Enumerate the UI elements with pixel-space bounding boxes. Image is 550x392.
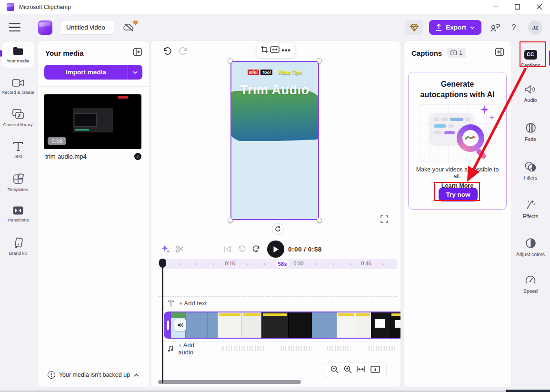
waveform-preview <box>280 346 311 351</box>
captions-panel: Captions 1 Generate autocaptions with AI <box>404 41 511 387</box>
import-options-caret[interactable] <box>128 65 142 80</box>
background-window-fragment <box>506 390 550 392</box>
duration-badge: 0:58 <box>48 137 66 145</box>
thumbnail-screenshot <box>73 108 113 132</box>
help-icon[interactable]: ? <box>506 20 521 35</box>
sparkle-icon <box>480 105 489 114</box>
tab-filters[interactable]: Filters <box>513 157 548 185</box>
playhead[interactable] <box>159 259 166 268</box>
sidebar-item-content-library[interactable]: Content library <box>0 105 36 131</box>
selection-handle-top-right[interactable] <box>317 58 322 63</box>
import-media-label: Import media <box>44 65 128 80</box>
tab-captions[interactable]: CC Captions <box>513 46 548 73</box>
backup-notice-label: Your media isn't backed up <box>59 372 130 378</box>
skip-to-start-icon[interactable] <box>220 241 235 257</box>
video-frame-brand: MiniTool®Video Tips <box>231 70 318 75</box>
fullscreen-icon[interactable] <box>380 215 388 225</box>
divider <box>518 77 543 77</box>
video-canvas[interactable]: MiniTool®Video Tips Trim Audio <box>230 61 319 220</box>
window-title: Microsoft Clipchamp <box>19 4 71 10</box>
tab-speed[interactable]: Speed <box>513 271 548 299</box>
ai-sparkle-icon[interactable] <box>159 241 173 257</box>
chevron-down-icon <box>133 71 138 74</box>
hamburger-menu-icon[interactable] <box>9 20 23 35</box>
minimize-button[interactable] <box>484 0 506 14</box>
add-audio-label: + Add audio <box>178 342 209 355</box>
canvas-toolbar: ••• <box>257 43 295 58</box>
clipchamp-logo[interactable] <box>38 20 52 35</box>
svg-text:5: 5 <box>256 249 258 253</box>
zoom-out-icon[interactable] <box>330 365 339 375</box>
export-button[interactable]: Export <box>429 20 481 35</box>
sparkle-icon <box>490 115 495 120</box>
left-sidebar: Your media Record & create Content libra… <box>0 40 36 392</box>
redo-button[interactable] <box>179 47 188 57</box>
more-options-icon[interactable]: ••• <box>281 46 291 55</box>
screen-edge <box>0 391 506 392</box>
media-clip-thumbnail[interactable]: 0:58 <box>44 94 141 149</box>
backup-notice[interactable]: ! Your media isn't backed up <box>38 371 149 379</box>
trim-handle-left[interactable] <box>165 312 171 338</box>
sidebar-item-text[interactable]: Text <box>0 137 36 163</box>
fit-resize-icon[interactable] <box>270 46 280 55</box>
timeline-video-clip[interactable] <box>164 312 400 339</box>
fit-to-screen-icon[interactable] <box>357 366 365 374</box>
tab-effects[interactable]: Effects <box>513 195 548 224</box>
waveform-preview <box>221 346 265 351</box>
divider <box>38 86 149 87</box>
autocaptions-card: Generate autocaptions with AI Make your … <box>408 72 507 210</box>
split-scissors-icon[interactable] <box>173 241 187 257</box>
back-5-seconds-icon[interactable]: 5 <box>235 241 249 257</box>
rotate-button[interactable] <box>272 223 284 235</box>
sidebar-item-transitions[interactable]: Transitions <box>0 202 36 227</box>
playhead-line <box>162 267 163 383</box>
play-button[interactable] <box>267 241 284 258</box>
collapse-timeline-icon[interactable] <box>370 366 380 375</box>
add-text-track[interactable]: + Add text <box>158 296 397 310</box>
zoom-in-icon[interactable] <box>344 365 352 375</box>
media-panel: Your media Import media 0:58 trim-audio.… <box>38 41 149 387</box>
clip-audio-icon <box>174 319 186 331</box>
tab-fade[interactable]: Fade <box>513 118 548 147</box>
maximize-button[interactable] <box>506 0 528 14</box>
project-name-input[interactable] <box>60 20 114 35</box>
timeline-controls: 5 5 0:00 / 0:58 <box>151 240 400 258</box>
forward-5-seconds-icon[interactable]: 5 <box>249 241 263 257</box>
add-audio-track[interactable]: + Add audio <box>158 342 397 355</box>
media-panel-title: Your media <box>45 49 84 57</box>
timeline-scrollbar[interactable] <box>158 380 301 384</box>
ruler-tick: 0:45 <box>361 261 371 266</box>
upgrade-gem-button[interactable] <box>405 20 423 35</box>
svg-text:5: 5 <box>241 249 243 253</box>
selection-handle-top-left[interactable] <box>228 58 233 63</box>
effects-icon <box>525 199 536 211</box>
sidebar-item-your-media[interactable]: Your media <box>2 42 34 68</box>
tab-adjust-colors[interactable]: Adjust colors <box>513 233 548 262</box>
audio-icon <box>525 84 537 94</box>
crop-icon[interactable] <box>260 46 268 55</box>
divider <box>404 63 511 63</box>
video-count-icon <box>450 50 457 55</box>
timeline-zoom-controls <box>324 362 387 378</box>
sidebar-item-label: Transitions <box>7 218 29 223</box>
avatar[interactable]: JZ <box>528 20 542 35</box>
feedback-icon[interactable] <box>487 20 502 35</box>
cloud-sync-off-icon[interactable] <box>121 20 137 35</box>
undo-button[interactable] <box>162 47 172 57</box>
clipchamp-app: Microsoft Clipchamp <box>0 0 550 392</box>
import-media-button[interactable]: Import media <box>44 65 142 80</box>
sidebar-item-record-create[interactable]: Record & create <box>0 74 36 99</box>
export-upload-icon <box>436 24 442 31</box>
timeline-ruler[interactable]: 0:15 58s 0:30 0:45 <box>158 259 397 269</box>
collapse-media-panel-icon[interactable] <box>133 48 142 58</box>
warning-icon: ! <box>48 371 55 379</box>
sidebar-item-templates[interactable]: Templates <box>0 170 36 196</box>
tab-audio[interactable]: Audio <box>513 80 548 108</box>
selection-handle-bottom-right[interactable] <box>317 218 322 223</box>
sidebar-item-brand-kit[interactable]: Brand kit <box>0 233 36 260</box>
close-button[interactable] <box>528 0 550 14</box>
collapse-captions-panel-icon[interactable] <box>495 48 504 58</box>
video-frame-lower <box>231 141 318 219</box>
selection-handle-bottom-left[interactable] <box>228 218 233 223</box>
try-now-button[interactable]: Try now <box>439 188 478 201</box>
